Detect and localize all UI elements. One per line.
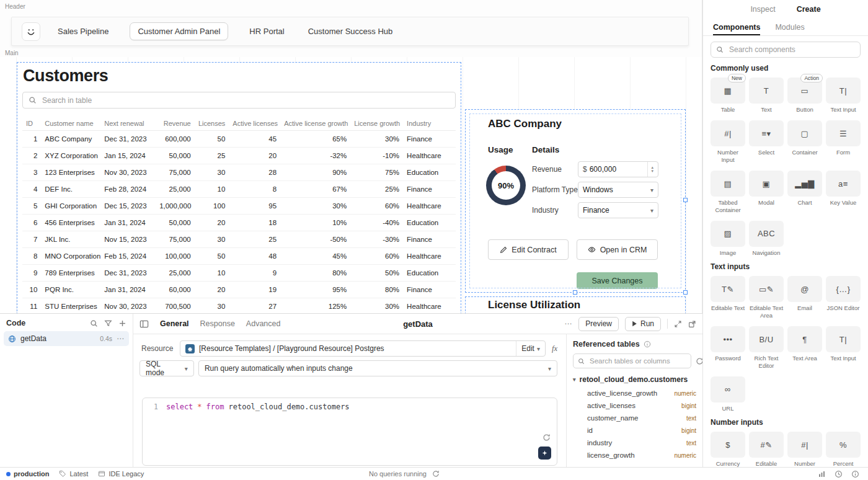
table-row[interactable]: 7 JKL Inc. Nov 15, 2023 75,000 30 25 -50… [22,231,456,248]
column-header[interactable]: Revenue [156,117,195,131]
revenue-value[interactable]: 600,000 [590,165,616,174]
column-header[interactable]: Industry [403,117,456,131]
query-tab[interactable]: Response [200,319,235,328]
column-header[interactable]: Next renewal [100,117,156,131]
fx-toggle-icon[interactable]: fx [552,344,557,353]
filter-icon[interactable] [104,319,112,327]
component-card[interactable]: #| Number Input [787,432,822,467]
query-tab[interactable]: General [160,319,189,328]
table-row[interactable]: 4 DEF Inc. Feb 28, 2024 25,000 10 8 67% … [22,181,456,198]
resize-handle-right[interactable] [683,198,688,202]
component-card[interactable]: a≡ Key Value [826,171,861,213]
open-in-crm-button[interactable]: Open in CRM [577,239,658,260]
component-card[interactable]: @ Email [787,276,822,319]
component-card[interactable]: ▭✎ Editable Text Area [749,276,784,319]
schema-column-row[interactable]: license_growth numeric [587,449,696,461]
run-button[interactable]: Run [625,317,661,331]
column-header[interactable]: License growth [350,117,403,131]
app-logo-icon[interactable] [22,22,40,41]
table-row[interactable]: 11 STU Enterprises Nov 30, 2023 700,500 … [22,298,456,314]
schema-column-row[interactable]: customer_name text [587,412,696,424]
nav-tab[interactable]: HR Portal [247,23,286,40]
refresh-schema-icon[interactable] [542,433,551,442]
nav-tab[interactable]: Sales Pipeline [55,23,111,40]
component-card[interactable]: ABC Navigation [749,221,784,256]
table-row[interactable]: 3 123 Enterprises Nov 30, 2023 75,000 30… [22,164,456,181]
mode-tab[interactable]: Create [797,5,821,14]
component-card[interactable]: #| Number Input [711,120,745,163]
caret-icon[interactable]: ▾ [573,376,576,383]
component-card[interactable]: B/U Rich Text Editor [749,326,784,369]
component-card[interactable]: #✎ Editable Number [749,432,784,467]
schema-column-row[interactable]: industry text [587,437,696,449]
environment-selector[interactable]: production [6,470,49,478]
query-tab[interactable]: Advanced [246,319,281,328]
sql-mode-select[interactable]: SQL mode ▾ [140,360,194,376]
component-card[interactable]: $ Currency [711,432,745,467]
component-card[interactable]: ∞ URL [711,376,745,412]
refresh-tables-icon[interactable] [696,357,702,365]
component-card[interactable]: {…} JSON Editor [826,276,861,319]
column-header[interactable]: Licenses [195,117,229,131]
popout-icon[interactable] [688,320,696,328]
collapse-panel-icon[interactable] [140,319,149,329]
component-card[interactable]: T Text [749,78,784,113]
history-icon[interactable] [835,470,843,478]
table-row[interactable]: 9 789 Enterprises Dec 31, 2023 25,000 10… [22,265,456,282]
component-card[interactable]: % Percent [826,432,861,467]
industry-select[interactable]: Finance ▾ [578,202,658,218]
code-line[interactable]: select*fromretool_cloud_demo.customers [164,398,350,465]
license-utilization-container[interactable]: License Utilization [465,296,686,313]
table-row[interactable]: 6 456 Enterprises Jan 31, 2024 50,000 20… [22,215,456,231]
preview-button[interactable]: Preview [578,317,619,331]
resource-select[interactable]: [Resource Templates] / [Playground Resou… [180,340,546,357]
schema-search[interactable] [573,353,691,368]
refresh-icon[interactable] [432,470,440,478]
mode-tab[interactable]: Inspect [750,5,775,14]
nav-tab[interactable]: Customer Success Hub [306,23,396,40]
app-header-frame[interactable]: Sales PipelineCustomer Admin PanelHR Por… [11,17,689,46]
number-stepper[interactable]: ▴▾ [647,162,653,177]
component-card[interactable]: ¶ Text Area [787,326,822,369]
run-behavior-select[interactable]: Run query automatically when inputs chan… [198,360,557,376]
component-card[interactable]: New ▦ Table [711,78,745,113]
edit-contract-button[interactable]: Edit Contract [488,239,569,260]
component-card[interactable]: T✎ Editable Text [711,276,745,319]
customers-table-widget[interactable]: Customers ID Customer name Next renewal [17,62,461,313]
component-search[interactable] [711,42,861,58]
table-row[interactable]: 1 ABC Company Dec 31, 2023 600,000 50 45… [22,131,456,148]
query-more-icon[interactable]: ⋯ [564,319,572,328]
schema-column-row[interactable]: active_licenses bigint [587,399,696,412]
performance-icon[interactable] [818,470,826,478]
component-card[interactable]: ▣ Modal [749,171,784,213]
component-card[interactable]: ••• Password [711,326,745,369]
query-menu-icon[interactable]: ⋯ [117,334,125,343]
schema-column-row[interactable]: active_license_growth numeric [587,387,696,399]
column-header[interactable]: Active license growth [280,117,350,131]
resize-handle-bottom[interactable] [573,290,577,295]
table-search[interactable] [22,92,456,109]
customer-detail-container[interactable]: ABC Company Usage Details 90% Revenue $ … [465,109,686,293]
revenue-input[interactable]: $ 600,000 ▴▾ [578,161,658,177]
component-card[interactable]: ▢ Container [787,120,822,163]
resize-handle-corner[interactable] [683,290,688,295]
expand-panel-icon[interactable] [674,320,682,328]
component-card[interactable]: ▨ Image [711,221,745,256]
table-row[interactable]: 2 XYZ Corporation Jan 15, 2024 50,000 25… [22,148,456,164]
add-query-icon[interactable] [118,319,126,327]
component-card[interactable]: ≡▾ Select [749,120,784,163]
query-list-item-getdata[interactable]: getData 0.4s ⋯ [4,331,129,346]
version-selector[interactable]: Latest [59,470,88,478]
schema-search-input[interactable] [588,357,686,365]
table-row[interactable]: 10 PQR Inc. Jan 31, 2024 60,000 20 19 95… [22,282,456,298]
sql-code-editor[interactable]: 1 select*fromretool_cloud_demo.customers [142,398,557,466]
component-card[interactable]: T| Text Input [826,78,861,113]
component-card[interactable]: Action ▭ Button [787,78,822,113]
component-card[interactable]: ☰ Form [826,120,861,163]
ai-assist-button[interactable] [538,447,551,460]
ide-legacy-toggle[interactable]: IDE Legacy [98,470,144,478]
resource-edit-button[interactable]: Edit ▾ [516,341,540,356]
platform-select[interactable]: Windows ▾ [578,182,658,198]
table-row[interactable]: 8 MNO Corporation Feb 15, 2024 100,000 5… [22,248,456,265]
column-header[interactable]: ID [22,117,41,131]
